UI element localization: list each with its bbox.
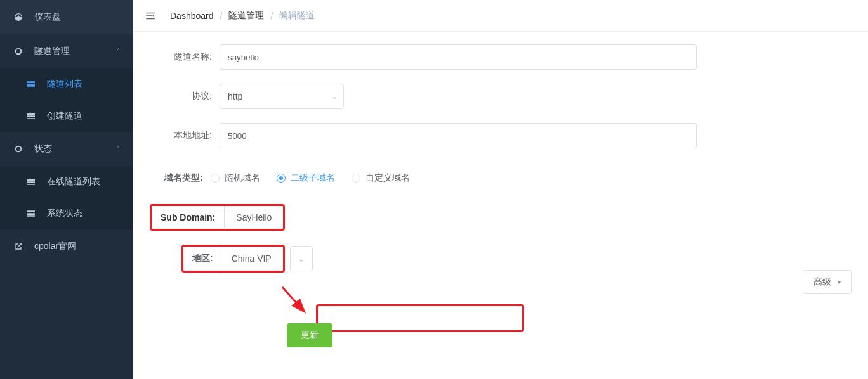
highlight-box: [316, 304, 524, 332]
sidebar-item-cpolar-site[interactable]: cpolar官网: [0, 229, 133, 264]
local-addr-label: 本地地址:: [150, 130, 220, 141]
row-local-addr: 本地地址:: [150, 123, 852, 148]
arrow-annotation-icon: [279, 284, 311, 316]
breadcrumb-edit-tunnel: 编辑隧道: [279, 10, 315, 22]
chevron-down-icon: ▾: [838, 279, 841, 286]
table-icon: [25, 208, 37, 219]
radio-random-domain[interactable]: 随机域名: [211, 172, 260, 184]
sidebar-item-label: 创建隧道: [47, 110, 121, 122]
protocol-label: 协议:: [150, 91, 220, 102]
row-tunnel-name: 隧道名称:: [150, 44, 852, 70]
sidebar-item-label: 仪表盘: [34, 11, 121, 23]
sidebar-item-tunnel-mgmt[interactable]: 隧道管理 ˄: [0, 34, 133, 68]
protocol-value: http: [220, 84, 344, 109]
sidebar-item-label: 状态: [34, 143, 117, 155]
sidebar-item-label: 隧道列表: [47, 79, 121, 90]
chevron-up-icon: ˄: [117, 48, 121, 56]
radio-label: 自定义域名: [365, 172, 410, 184]
domain-type-label: 域名类型:: [150, 172, 211, 184]
sidebar-item-label: 隧道管理: [34, 46, 117, 57]
radio-dot-icon: [352, 174, 360, 183]
region-label: 地区:: [183, 247, 220, 271]
breadcrumb-tunnel-mgmt[interactable]: 隧道管理: [228, 10, 264, 22]
region-value: China VIP: [220, 247, 283, 270]
chevron-up-icon: ˄: [117, 145, 121, 153]
sub-domain-box: Sub Domain: SayHello: [150, 204, 285, 231]
radio-sub-domain[interactable]: 二级子域名: [277, 172, 335, 184]
protocol-select[interactable]: http ⌄: [220, 84, 344, 109]
row-domain-type: 域名类型: 随机域名 二级子域名 自定义域名: [150, 172, 852, 184]
radio-label: 随机域名: [225, 172, 260, 184]
sidebar-item-status[interactable]: 状态 ˄: [0, 132, 133, 166]
external-link-icon: [13, 241, 24, 252]
sidebar-item-tunnel-list[interactable]: 隧道列表: [0, 68, 133, 100]
radio-dot-icon: [277, 174, 286, 183]
table-icon: [25, 110, 37, 122]
update-button[interactable]: 更新: [287, 323, 332, 347]
sidebar-toggle-button[interactable]: [143, 9, 157, 23]
svg-line-0: [282, 287, 303, 311]
sidebar-item-create-tunnel[interactable]: 创建隧道: [0, 100, 133, 132]
tunnel-name-input[interactable]: [220, 44, 697, 70]
row-protocol: 协议: http ⌄: [150, 84, 852, 109]
topbar: Dashboard / 隧道管理 / 编辑隧道: [133, 0, 868, 32]
sidebar-item-label: 在线隧道列表: [47, 176, 121, 188]
radio-dot-icon: [211, 174, 220, 183]
radio-label: 二级子域名: [291, 172, 335, 184]
sidebar-item-label: 系统状态: [47, 208, 121, 219]
sub-domain-value[interactable]: SayHello: [225, 206, 283, 229]
sidebar-item-dashboard[interactable]: 仪表盘: [0, 0, 133, 34]
ring-icon: [13, 143, 24, 155]
breadcrumb: Dashboard / 隧道管理 / 编辑隧道: [170, 10, 315, 22]
sidebar-item-system-status[interactable]: 系统状态: [0, 198, 133, 229]
sidebar-item-online-tunnel[interactable]: 在线隧道列表: [0, 166, 133, 198]
chevron-down-icon: ⌄: [298, 254, 305, 264]
row-region: 地区: China VIP ⌄: [181, 245, 852, 273]
main: Dashboard / 隧道管理 / 编辑隧道 隧道名称: 协议: http ⌄: [133, 0, 868, 379]
sub-domain-label: Sub Domain:: [152, 206, 225, 229]
radio-custom-domain[interactable]: 自定义域名: [352, 172, 410, 184]
table-icon: [25, 79, 37, 90]
advanced-button[interactable]: 高级 ▾: [803, 270, 852, 294]
breadcrumb-sep: /: [270, 11, 273, 21]
gauge-icon: [13, 11, 24, 23]
local-addr-input[interactable]: [220, 123, 697, 148]
breadcrumb-sep: /: [220, 11, 223, 21]
sidebar-item-label: cpolar官网: [34, 241, 121, 252]
ring-icon: [13, 46, 24, 57]
region-select-button[interactable]: ⌄: [290, 246, 313, 271]
menu-collapse-icon: [145, 10, 156, 22]
content: 隧道名称: 协议: http ⌄ 本地地址: 域名类型: 随: [133, 32, 868, 379]
tunnel-name-label: 隧道名称:: [150, 51, 220, 63]
sidebar: 仪表盘 隧道管理 ˄ 隧道列表 创建隧道 状态 ˄ 在线隧道列表 系统状态: [0, 0, 133, 379]
advanced-label: 高级: [813, 276, 831, 286]
table-icon: [25, 176, 37, 188]
breadcrumb-dashboard[interactable]: Dashboard: [170, 11, 214, 21]
